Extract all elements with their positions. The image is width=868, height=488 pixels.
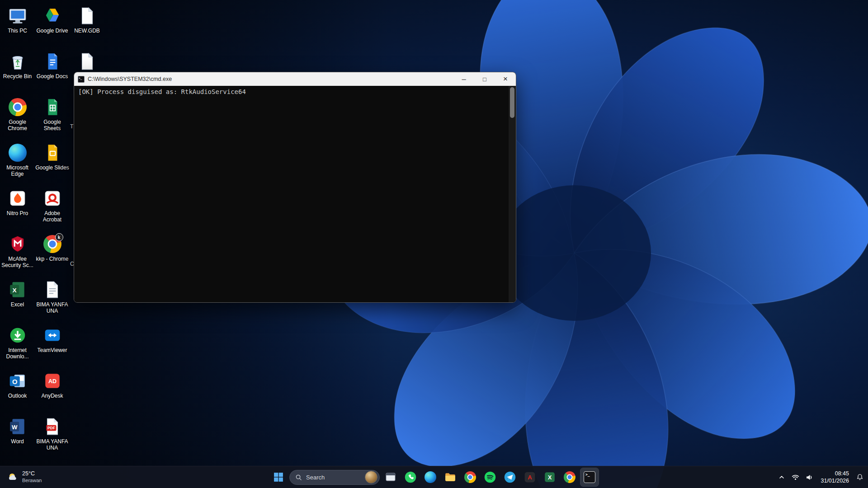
- acrobat-letter: A: [528, 474, 532, 481]
- desktop-icon-mcafee[interactable]: McAfee Security Sc...: [0, 233, 35, 268]
- taskbar-app-file-explorer[interactable]: [441, 468, 459, 486]
- taskbar-center: Search: [269, 466, 599, 488]
- weather-icon: [7, 471, 19, 483]
- taskbar-app-cmd[interactable]: >_: [580, 468, 599, 486]
- desktop-icon-adobe-acrobat[interactable]: Adobe Acrobat: [35, 187, 70, 223]
- speaker-icon: [806, 474, 813, 481]
- taskbar-app-edge[interactable]: [421, 468, 439, 486]
- desktop-icon-google-chrome[interactable]: Google Chrome: [0, 96, 35, 131]
- console-output-line: [OK] Process disguised as: RtkAudioServi…: [78, 88, 512, 95]
- anydesk-letters: AD: [48, 378, 56, 385]
- desktop-icon-label: Microsoft Edge: [0, 164, 35, 177]
- desktop-icon-label: Internet Downlo...: [0, 347, 35, 360]
- close-button[interactable]: ×: [495, 72, 516, 86]
- desktop-icon-nitro-pro[interactable]: Nitro Pro: [0, 187, 35, 216]
- desktop-icon-microsoft-edge[interactable]: Microsoft Edge: [0, 141, 35, 177]
- recycle-bin-icon: [7, 51, 28, 72]
- console-scrollbar[interactable]: [509, 86, 516, 302]
- desktop-icon-label: NEW.GDB: [74, 28, 100, 34]
- tray-date: 31/01/2026: [821, 477, 849, 484]
- desktop-icon-anydesk[interactable]: AD AnyDesk: [35, 370, 70, 399]
- desktop-icon-bima-yanfa-una-doc[interactable]: BIMA YANFA UNA: [35, 278, 70, 314]
- mcafee-shield-icon: [7, 234, 28, 254]
- desktop-icon-outlook[interactable]: O Outlook: [0, 370, 35, 399]
- start-button[interactable]: [269, 468, 288, 486]
- weather-text: 25°C Berawan: [22, 470, 42, 483]
- search-highlight-image[interactable]: [365, 471, 377, 483]
- desktop-icon-excel[interactable]: X Excel: [0, 278, 35, 308]
- taskbar-app-whatsapp[interactable]: [401, 468, 420, 486]
- desktop-icon-label: kkp - Chrome: [36, 256, 68, 262]
- desktop-icon-kkp-chrome[interactable]: k kkp - Chrome: [35, 233, 70, 262]
- clock[interactable]: 08:45 31/01/2026: [817, 470, 853, 485]
- teamviewer-icon: [42, 325, 63, 346]
- desktop-icon-recycle-bin[interactable]: Recycle Bin: [0, 50, 35, 80]
- search-box[interactable]: Search: [289, 470, 380, 485]
- spotify-icon: [484, 471, 496, 483]
- taskbar: 25°C Berawan Search: [0, 466, 868, 488]
- desktop-icon-label: Adobe Acrobat: [35, 210, 70, 223]
- google-sheets-icon: [42, 97, 63, 117]
- taskbar-app-spotify[interactable]: [481, 468, 499, 486]
- windows-logo-icon: [274, 472, 283, 482]
- scrollbar-thumb[interactable]: [510, 87, 514, 118]
- desktop-icon-google-docs[interactable]: Google Docs: [35, 50, 70, 80]
- chevron-up-icon: [778, 474, 785, 481]
- taskbar-app-chrome[interactable]: [461, 468, 479, 486]
- desktop-icon-label: Excel: [11, 301, 24, 308]
- desktop-icon-label: BIMA YANFA UNA: [35, 301, 70, 314]
- search-icon: [295, 474, 302, 481]
- this-pc-icon: [7, 5, 28, 26]
- desktop-icon-teamviewer[interactable]: TeamViewer: [35, 324, 70, 353]
- acrobat-icon: A: [524, 471, 536, 483]
- telegram-icon: [504, 471, 516, 483]
- notification-center-button[interactable]: [854, 468, 866, 486]
- desktop-icon-label: Word: [11, 438, 24, 445]
- google-docs-icon: [42, 51, 63, 72]
- desktop-icon-unnamed-file[interactable]: [70, 50, 104, 73]
- console-area[interactable]: [OK] Process disguised as: RtkAudioServi…: [74, 86, 516, 302]
- edge-icon: [7, 142, 28, 163]
- text-document-icon: [42, 279, 63, 300]
- taskbar-app-window[interactable]: [382, 468, 400, 486]
- minimize-button[interactable]: ─: [453, 72, 474, 86]
- taskbar-app-excel[interactable]: X: [541, 468, 559, 486]
- google-drive-icon: [42, 5, 63, 26]
- adobe-acrobat-icon: [42, 188, 63, 209]
- cmd-titlebar[interactable]: >_ C:\Windows\SYSTEM32\cmd.exe ─ □ ×: [74, 72, 516, 86]
- taskbar-app-telegram[interactable]: [501, 468, 519, 486]
- maximize-button[interactable]: □: [474, 72, 495, 86]
- desktop-icon-label: AnyDesk: [41, 393, 63, 399]
- desktop-icon-label: Recycle Bin: [3, 73, 32, 80]
- desktop-icon-label: Google Slides: [35, 164, 69, 171]
- file-icon: [77, 5, 98, 26]
- whatsapp-icon: [405, 471, 416, 483]
- desktop-icon-google-drive[interactable]: Google Drive: [35, 5, 70, 34]
- excel-letter: X: [12, 287, 16, 294]
- window-controls: ─ □ ×: [453, 72, 516, 86]
- excel-icon: X: [7, 279, 28, 300]
- taskbar-app-chrome-2[interactable]: [561, 468, 579, 486]
- desktop-icon-label: McAfee Security Sc...: [0, 256, 35, 268]
- weather-widget[interactable]: 25°C Berawan: [4, 467, 45, 487]
- tray-overflow-button[interactable]: [775, 468, 788, 486]
- desktop-icon-bima-yanfa-una-pdf[interactable]: PDF BIMA YANFA UNA: [35, 415, 70, 451]
- search-label: Search: [306, 474, 361, 481]
- desktop-icon-this-pc[interactable]: This PC: [0, 5, 35, 34]
- outlook-letter: O: [12, 378, 17, 385]
- taskbar-app-acrobat[interactable]: A: [521, 468, 539, 486]
- network-button[interactable]: [789, 468, 802, 486]
- desktop-icon-word[interactable]: W Word: [0, 415, 35, 445]
- pdf-label: PDF: [47, 426, 55, 430]
- desktop-icon-google-sheets[interactable]: Google Sheets: [35, 96, 70, 131]
- window-title: C:\Windows\SYSTEM32\cmd.exe: [88, 76, 450, 82]
- cmd-icon: >_: [584, 471, 595, 483]
- desktop-icon-idm[interactable]: Internet Downlo...: [0, 324, 35, 360]
- desktop-icon-google-slides[interactable]: Google Slides: [35, 141, 70, 171]
- notification-bell-icon: [856, 474, 863, 481]
- google-slides-icon: [42, 142, 63, 163]
- desktop-icon-new-gdb[interactable]: NEW.GDB: [70, 5, 104, 34]
- volume-button[interactable]: [803, 468, 816, 486]
- folder-icon: [444, 471, 456, 483]
- system-tray: 08:45 31/01/2026: [775, 466, 866, 488]
